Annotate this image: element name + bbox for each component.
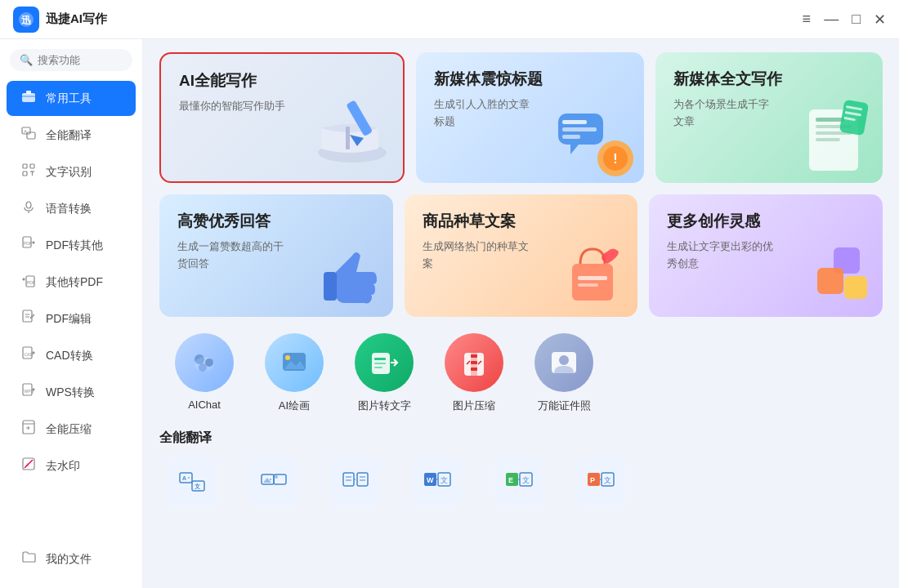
svg-rect-57 bbox=[817, 268, 843, 294]
sidebar-item-pdf-edit[interactable]: PDF编辑 bbox=[7, 301, 136, 336]
svg-point-79 bbox=[559, 355, 569, 365]
pdf-edit-icon bbox=[20, 310, 38, 328]
folder-icon bbox=[20, 550, 38, 568]
voice-icon bbox=[20, 199, 38, 218]
bottom-icon-translate-word[interactable]: W 文 bbox=[405, 458, 470, 507]
svg-text:迅: 迅 bbox=[21, 15, 32, 26]
sidebar-item-label: CAD转换 bbox=[46, 349, 93, 363]
icon-item-id-photo[interactable]: 万能证件照 bbox=[527, 333, 601, 413]
card-title: 商品种草文案 bbox=[423, 211, 620, 232]
svg-point-88 bbox=[275, 475, 278, 479]
card-title: 更多创作灵感 bbox=[667, 211, 865, 232]
bottom-icon-translate-img[interactable] bbox=[241, 458, 306, 507]
card-title: 新媒体震惊标题 bbox=[434, 69, 626, 90]
svg-rect-54 bbox=[578, 276, 607, 280]
icon-label: 万能证件照 bbox=[538, 399, 591, 413]
bottom-icon-translate-doc[interactable] bbox=[323, 458, 388, 507]
svg-rect-70 bbox=[374, 367, 382, 368]
svg-text:A: A bbox=[182, 475, 186, 481]
svg-rect-38 bbox=[562, 127, 597, 131]
svg-rect-9 bbox=[30, 164, 34, 168]
bottom-icon-translate-ppt[interactable]: P 文 bbox=[568, 458, 633, 507]
content-area: AI全能写作 最懂你的智能写作助手 bbox=[143, 39, 899, 588]
card-new-media-title[interactable]: 新媒体震惊标题 生成引人入胜的文章标题 ! bbox=[416, 52, 644, 183]
svg-rect-74 bbox=[471, 361, 477, 364]
sidebar-item-watermark[interactable]: A 去水印 bbox=[7, 448, 136, 483]
sidebar-item-pdf-other[interactable]: PDF PDF转其他 bbox=[7, 228, 136, 263]
sidebar-item-translate[interactable]: A 全能翻译 bbox=[7, 118, 136, 153]
svg-text:CAD: CAD bbox=[25, 352, 34, 357]
translate-icon: A bbox=[20, 126, 38, 145]
icon-item-ai-draw[interactable]: AI绘画 bbox=[257, 333, 331, 413]
sidebar-item-compress[interactable]: 全能压缩 bbox=[7, 412, 136, 447]
icon-item-aichat[interactable]: AIChat bbox=[168, 333, 241, 413]
svg-text:A: A bbox=[24, 129, 27, 134]
svg-point-13 bbox=[26, 202, 31, 208]
toolbox-icon bbox=[20, 89, 38, 108]
title-bar: 迅 迅捷AI写作 ≡ — □ ✕ bbox=[0, 0, 899, 39]
bottom-icon-translate-text[interactable]: A 文 bbox=[159, 458, 225, 507]
card-new-media-full[interactable]: 新媒体全文写作 为各个场景生成千字文章 bbox=[655, 52, 883, 183]
icon-item-img-text[interactable]: 图片转文字 bbox=[347, 333, 421, 413]
sidebar-item-label: 常用工具 bbox=[46, 91, 92, 106]
app-logo: 迅 bbox=[13, 7, 39, 33]
svg-rect-52 bbox=[324, 272, 337, 301]
pdf-other-icon: PDF bbox=[20, 236, 38, 255]
wps-icon: WPS bbox=[20, 383, 38, 402]
top-cards-grid: AI全能写作 最懂你的智能写作助手 bbox=[159, 52, 883, 183]
minimize-icon[interactable]: — bbox=[824, 11, 839, 28]
mid-cards-grid: 高赞优秀回答 生成一篇赞数超高的干货回答 商品种草文案 生成网络热门的种草文案 bbox=[159, 194, 883, 317]
card-ai-writing[interactable]: AI全能写作 最懂你的智能写作助手 bbox=[159, 52, 405, 183]
sidebar-item-voice[interactable]: 语音转换 bbox=[7, 191, 136, 226]
sidebar-item-common-tools[interactable]: 常用工具 bbox=[7, 81, 136, 116]
svg-rect-8 bbox=[23, 164, 27, 168]
search-input[interactable] bbox=[38, 54, 123, 66]
sidebar-item-ocr[interactable]: 文字识别 bbox=[7, 154, 136, 189]
icon-item-img-compress[interactable]: 图片压缩 bbox=[437, 333, 511, 413]
sidebar-item-my-files[interactable]: 我的文件 bbox=[7, 541, 136, 577]
main-layout: 🔍 常用工具 A 全能翻译 bbox=[0, 39, 899, 588]
svg-text:PDF: PDF bbox=[24, 241, 32, 246]
compress-icon bbox=[20, 420, 38, 439]
svg-rect-3 bbox=[26, 91, 31, 94]
svg-rect-47 bbox=[816, 138, 840, 141]
card-desc: 最懂你的智能写作助手 bbox=[179, 98, 293, 115]
ocr-icon bbox=[20, 163, 38, 181]
sidebar-item-label: WPS转换 bbox=[46, 385, 95, 400]
sidebar-item-cad[interactable]: CAD CAD转换 bbox=[7, 338, 136, 373]
bottom-icon-row: A 文 bbox=[159, 458, 883, 507]
svg-rect-73 bbox=[471, 354, 477, 358]
svg-rect-2 bbox=[22, 93, 35, 102]
svg-rect-37 bbox=[562, 120, 587, 124]
menu-icon[interactable]: ≡ bbox=[803, 11, 812, 28]
svg-rect-68 bbox=[374, 358, 386, 360]
other-pdf-icon: PDF bbox=[20, 273, 38, 292]
sidebar-item-label: 其他转PDF bbox=[46, 275, 103, 290]
svg-text:!: ! bbox=[613, 152, 617, 166]
window-controls: ≡ — □ ✕ bbox=[803, 11, 886, 29]
close-icon[interactable]: ✕ bbox=[874, 11, 886, 29]
sidebar-item-label: PDF编辑 bbox=[46, 312, 92, 327]
svg-text:文: 文 bbox=[522, 476, 530, 484]
svg-rect-44 bbox=[816, 118, 844, 122]
search-icon: 🔍 bbox=[20, 54, 33, 66]
watermark-icon: A bbox=[20, 457, 38, 475]
search-box[interactable]: 🔍 bbox=[10, 49, 132, 71]
svg-text:PDF: PDF bbox=[27, 280, 35, 285]
sidebar-item-other-pdf[interactable]: PDF 其他转PDF bbox=[7, 265, 136, 300]
card-more-ideas[interactable]: 更多创作灵感 生成让文字更出彩的优秀创意 bbox=[649, 194, 883, 317]
sidebar-item-wps[interactable]: WPS WPS转换 bbox=[7, 375, 136, 410]
bottom-icon-translate-excel[interactable]: E 文 bbox=[486, 458, 552, 507]
card-product-grass[interactable]: 商品种草文案 生成网络热门的种草文案 bbox=[405, 194, 638, 317]
card-desc: 生成一篇赞数超高的干货回答 bbox=[177, 238, 286, 273]
svg-rect-75 bbox=[471, 368, 477, 371]
sidebar-item-label: 去水印 bbox=[46, 459, 80, 474]
card-desc: 生成引人入胜的文章标题 bbox=[434, 96, 539, 131]
sidebar-item-label: 语音转换 bbox=[46, 202, 92, 216]
maximize-icon[interactable]: □ bbox=[852, 11, 861, 28]
cad-icon: CAD bbox=[20, 346, 38, 365]
card-high-praise[interactable]: 高赞优秀回答 生成一篇赞数超高的干货回答 bbox=[159, 194, 393, 317]
card-desc: 生成让文字更出彩的优秀创意 bbox=[667, 238, 776, 273]
svg-rect-39 bbox=[562, 135, 580, 139]
svg-text:文: 文 bbox=[195, 483, 200, 489]
